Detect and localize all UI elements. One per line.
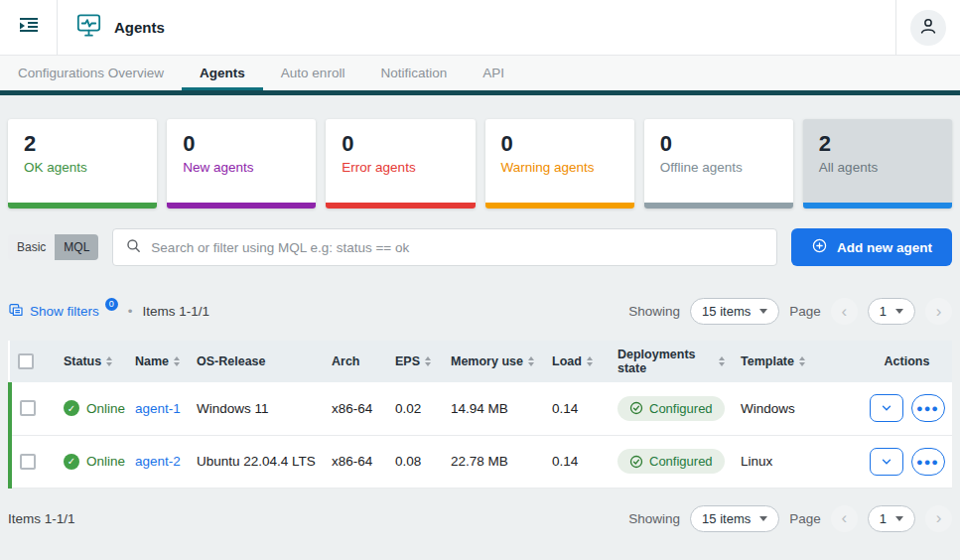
os-release-cell: Windows 11 <box>189 382 324 435</box>
agent-name-link[interactable]: agent-2 <box>135 454 181 469</box>
sidebar-toggle-button[interactable] <box>0 14 57 42</box>
sort-eps-icon[interactable] <box>425 356 431 366</box>
pagination-top: Showing 15 items Page ‹ 1 › <box>628 298 952 325</box>
table-header-row: Status Name OS-Release Arch EPS <box>10 341 952 382</box>
col-memory-use-label: Memory use <box>451 354 523 368</box>
expand-row-button[interactable] <box>870 394 903 422</box>
sort-deployments-icon[interactable] <box>719 356 725 366</box>
items-range-bottom: Items 1-1/1 <box>8 511 75 526</box>
page-label: Page <box>789 304 821 319</box>
prev-page-button[interactable]: ‹ <box>831 298 858 325</box>
stat-card-offline-agents[interactable]: 0 Offline agents <box>644 119 793 209</box>
error-agents-count: 0 <box>342 130 459 158</box>
stat-card-body: 0 Offline agents <box>644 119 793 203</box>
search-toolbar: Basic MQL Add new agent <box>0 222 960 272</box>
sort-template-icon[interactable] <box>799 356 805 366</box>
offline-agents-color-bar <box>644 203 793 209</box>
agents-table-container: Status Name OS-Release Arch EPS <box>8 341 952 489</box>
tab-auto-enroll[interactable]: Auto enroll <box>263 56 363 90</box>
agent-name-link[interactable]: agent-1 <box>135 401 181 416</box>
stat-card-body: 0 Warning agents <box>485 119 634 203</box>
status-text: Online <box>86 454 125 469</box>
col-status: Status <box>56 341 127 382</box>
tab-api[interactable]: API <box>465 56 522 90</box>
tab-bar: Configurations Overview Agents Auto enro… <box>0 56 960 95</box>
user-icon <box>917 15 939 41</box>
template-cell: Windows <box>733 382 862 435</box>
memory-use-cell: 14.94 MB <box>443 382 544 435</box>
stat-card-warning-agents[interactable]: 0 Warning agents <box>485 119 634 209</box>
items-per-page-value: 15 items <box>702 511 751 526</box>
stat-card-all-agents[interactable]: 2 All agents <box>803 119 952 209</box>
stat-card-ok-agents[interactable]: 2 OK agents <box>8 119 157 209</box>
ok-agents-color-bar <box>8 203 157 209</box>
row-checkbox[interactable] <box>20 400 36 416</box>
expand-row-button[interactable] <box>870 448 903 476</box>
chevron-down-icon <box>880 455 893 469</box>
eps-cell: 0.02 <box>387 382 443 435</box>
chevron-down-icon <box>759 516 767 521</box>
chevron-down-icon <box>895 516 903 521</box>
page-number-select[interactable]: 1 <box>868 505 915 532</box>
stat-card-error-agents[interactable]: 0 Error agents <box>326 119 475 209</box>
col-name-label: Name <box>135 354 169 368</box>
items-range-top: Items 1-1/1 <box>143 304 210 319</box>
more-actions-button[interactable]: ●●● <box>911 448 945 476</box>
col-load: Load <box>544 341 610 382</box>
next-page-button[interactable]: › <box>925 505 952 532</box>
stat-card-body: 2 OK agents <box>8 119 157 203</box>
chevron-down-icon <box>759 309 767 314</box>
sort-memory-icon[interactable] <box>528 356 534 366</box>
col-eps-label: EPS <box>395 354 420 368</box>
page-number-select[interactable]: 1 <box>868 298 915 325</box>
stat-card-new-agents[interactable]: 0 New agents <box>167 119 316 209</box>
prev-page-button[interactable]: ‹ <box>831 505 858 532</box>
check-circle-icon <box>629 401 643 415</box>
items-per-page-select[interactable]: 15 items <box>690 298 779 325</box>
showing-label: Showing <box>628 304 680 319</box>
sort-status-icon[interactable] <box>106 356 112 366</box>
new-agents-count: 0 <box>183 130 300 158</box>
memory-use-cell: 22.78 MB <box>443 435 544 488</box>
search-mode-toggle: Basic MQL <box>8 234 98 260</box>
all-agents-label: All agents <box>819 160 936 175</box>
page-label: Page <box>789 511 821 526</box>
next-page-button[interactable]: › <box>925 298 952 325</box>
list-controls: Show filters 0 • Items 1-1/1 Showing 15 … <box>0 272 960 337</box>
error-agents-color-bar <box>326 203 475 209</box>
tab-configurations-overview[interactable]: Configurations Overview <box>0 56 182 90</box>
add-new-agent-label: Add new agent <box>837 240 932 255</box>
search-mode-basic[interactable]: Basic <box>8 234 55 260</box>
search-mode-mql[interactable]: MQL <box>55 234 98 260</box>
agent-stat-cards: 2 OK agents 0 New agents 0 Error agents … <box>0 95 960 222</box>
user-menu-button[interactable] <box>910 10 946 46</box>
status-cell: ✓ Online <box>64 454 119 470</box>
col-memory-use: Memory use <box>443 341 544 382</box>
deployment-state-badge: Configured <box>617 396 725 421</box>
pagination-bottom: Showing 15 items Page ‹ 1 › <box>628 505 952 532</box>
sort-load-icon[interactable] <box>587 356 593 366</box>
error-agents-label: Error agents <box>342 160 459 175</box>
row-actions: ●●● <box>870 394 944 422</box>
deployment-state-badge: Configured <box>617 449 725 474</box>
col-arch-label: Arch <box>332 354 359 368</box>
tab-notification[interactable]: Notification <box>362 56 465 90</box>
col-actions-label: Actions <box>885 354 930 368</box>
status-cell: ✓ Online <box>64 400 119 416</box>
search-input[interactable] <box>151 240 764 255</box>
more-actions-button[interactable]: ●●● <box>911 394 945 422</box>
row-checkbox[interactable] <box>20 454 36 470</box>
add-new-agent-button[interactable]: Add new agent <box>791 228 952 266</box>
warning-agents-color-bar <box>485 203 634 209</box>
stat-card-body: 0 Error agents <box>326 119 475 203</box>
row-actions: ●●● <box>870 448 944 476</box>
col-arch: Arch <box>324 341 387 382</box>
items-per-page-select[interactable]: 15 items <box>690 505 779 532</box>
agents-table: Status Name OS-Release Arch EPS <box>8 341 952 489</box>
sort-name-icon[interactable] <box>174 356 180 366</box>
tab-agents[interactable]: Agents <box>182 56 263 90</box>
show-filters-button[interactable]: Show filters 0 <box>8 302 118 321</box>
deployment-state-label: Configured <box>649 454 713 469</box>
col-template-label: Template <box>741 354 794 368</box>
select-all-checkbox[interactable] <box>18 353 34 369</box>
